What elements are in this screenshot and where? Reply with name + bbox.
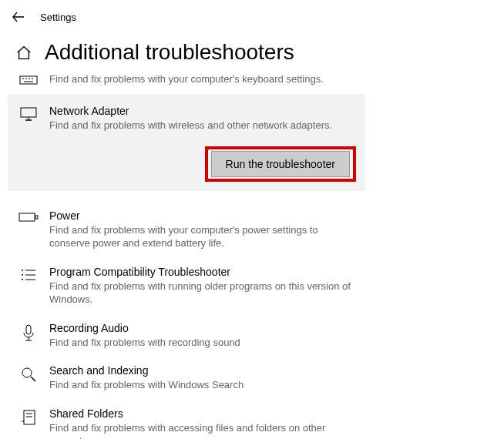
svg-rect-6 (21, 108, 36, 117)
battery-icon (18, 209, 39, 223)
list-icon (18, 266, 39, 283)
svg-line-21 (31, 377, 35, 381)
troubleshooter-item-search[interactable]: Search and Indexing Find and fix problem… (8, 357, 365, 400)
item-title: Shared Folders (49, 407, 354, 420)
search-icon (18, 364, 39, 383)
svg-point-20 (22, 368, 32, 377)
item-title: Network Adapter (49, 105, 354, 117)
troubleshooter-item-recording[interactable]: Recording Audio Find and fix problems wi… (8, 314, 365, 357)
monitor-icon (18, 105, 39, 122)
svg-rect-22 (24, 411, 35, 424)
item-title: Power (49, 209, 354, 222)
folder-icon (18, 407, 39, 426)
svg-rect-17 (26, 325, 31, 334)
run-troubleshooter-button[interactable]: Run the troubleshooter (211, 151, 350, 177)
item-desc: Find and fix problems with running older… (49, 280, 354, 307)
svg-rect-9 (19, 213, 35, 221)
item-desc: Find and fix problems with accessing fil… (49, 421, 354, 439)
arrow-left-icon (12, 10, 25, 24)
troubleshooter-item-power[interactable]: Power Find and fix problems with your co… (8, 202, 365, 258)
item-title: Search and Indexing (49, 364, 354, 377)
home-icon[interactable] (14, 43, 34, 62)
item-desc: Find and fix problems with wireless and … (49, 119, 354, 132)
item-title: Program Compatibility Troubleshooter (49, 266, 354, 278)
back-button[interactable] (11, 9, 26, 25)
troubleshooter-item-compat[interactable]: Program Compatibility Troubleshooter Fin… (8, 258, 365, 314)
svg-rect-10 (35, 216, 38, 219)
keyboard-icon (18, 71, 39, 86)
item-title: Recording Audio (49, 322, 354, 334)
troubleshooter-item-network[interactable]: Network Adapter Find and fix problems wi… (8, 94, 365, 191)
item-desc: Find and fix problems with your computer… (49, 72, 354, 86)
app-name: Settings (40, 12, 76, 23)
troubleshooter-item-shared[interactable]: Shared Folders Find and fix problems wit… (8, 400, 365, 439)
troubleshooter-item-keyboard[interactable]: Find and fix problems with your computer… (8, 66, 365, 94)
microphone-icon (18, 322, 39, 342)
item-desc: Find and fix problems with Windows Searc… (49, 378, 354, 392)
item-desc: Find and fix problems with recording sou… (49, 336, 354, 350)
item-desc: Find and fix problems with your computer… (49, 223, 354, 250)
svg-rect-0 (20, 76, 37, 84)
page-title: Additional troubleshooters (45, 40, 294, 65)
